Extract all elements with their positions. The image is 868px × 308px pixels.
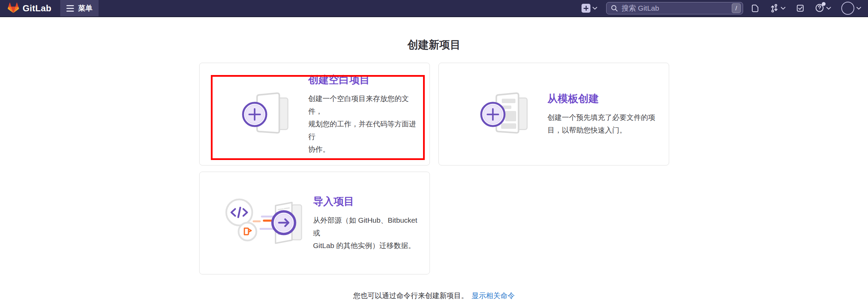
project-cards: 创建空白项目 创建一个空白项目来存放您的文件， 规划您的工作，并在代码等方面进行… — [199, 63, 669, 274]
card-import-project[interactable]: 导入项目 从外部源（如 GitHub、Bitbucket 或 GitLab 的其… — [199, 172, 430, 274]
card-description: 从外部源（如 GitHub、Bitbucket 或 GitLab 的其他实例）迁… — [313, 214, 419, 252]
page-title: 创建新项目 — [0, 37, 868, 53]
help-button[interactable] — [815, 3, 831, 13]
todo-check-icon — [796, 4, 805, 13]
new-menu-button[interactable] — [582, 4, 597, 13]
menu-button[interactable]: 菜单 — [60, 0, 99, 16]
command-line-hint-text: 您也可以通过命令行来创建新项目。 — [353, 292, 468, 299]
main-content: 创建新项目 创建空白项目 创建一个空白项目来存放您的文件， 规划您的工作，并在代… — [0, 37, 868, 300]
blank-project-illustration-icon — [237, 92, 295, 136]
issues-button[interactable] — [751, 4, 760, 13]
card-title[interactable]: 创建空白项目 — [308, 73, 419, 87]
plus-icon — [582, 4, 590, 13]
search-shortcut-key: / — [732, 3, 741, 13]
avatar — [841, 2, 854, 15]
card-description: 创建一个预先填充了必要文件的项 目，以帮助您快速入门。 — [548, 111, 659, 136]
chevron-down-icon — [592, 7, 597, 10]
search-box[interactable]: / — [606, 2, 743, 14]
card-from-template[interactable]: 从模板创建 创建一个预先填充了必要文件的项 目，以帮助您快速入门。 — [438, 63, 669, 165]
notification-dot-icon — [822, 2, 826, 6]
issues-icon — [751, 4, 760, 13]
gitlab-tanuki-icon — [8, 2, 19, 15]
gitlab-home-link[interactable]: GitLab — [8, 2, 51, 15]
card-blank-project[interactable]: 创建空白项目 创建一个空白项目来存放您的文件， 规划您的工作，并在代码等方面进行… — [199, 63, 430, 165]
card-title[interactable]: 从模板创建 — [548, 92, 659, 106]
menu-button-label: 菜单 — [78, 3, 92, 13]
chevron-down-icon — [781, 7, 786, 10]
template-project-illustration-icon — [476, 92, 535, 136]
user-menu-button[interactable] — [841, 2, 861, 15]
command-line-hint: 您也可以通过命令行来创建新项目。显示相关命令 — [0, 291, 868, 300]
top-navbar: GitLab 菜单 / — [0, 0, 868, 17]
card-title[interactable]: 导入项目 — [313, 195, 419, 209]
merge-request-icon — [770, 4, 779, 13]
brand-text: GitLab — [23, 3, 51, 14]
chevron-down-icon — [826, 7, 831, 10]
import-project-illustration-icon — [224, 195, 305, 251]
hamburger-icon — [66, 5, 74, 12]
chevron-down-icon — [856, 7, 861, 10]
search-input[interactable] — [622, 4, 728, 12]
card-description: 创建一个空白项目来存放您的文件， 规划您的工作，并在代码等方面进行 协作。 — [308, 92, 419, 156]
todos-button[interactable] — [796, 4, 805, 13]
show-command-link[interactable]: 显示相关命令 — [472, 292, 515, 299]
search-icon — [611, 4, 618, 12]
merge-requests-button[interactable] — [770, 4, 786, 13]
